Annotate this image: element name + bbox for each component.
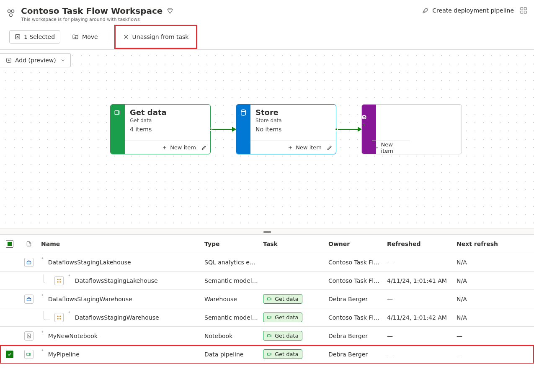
- task-subtitle: Prepare data: [361, 122, 367, 128]
- table-row[interactable]: ✦MyPipelineData pipelineGet dataDebra Be…: [0, 345, 534, 364]
- connector-line: [212, 129, 232, 130]
- col-name[interactable]: Name: [39, 239, 202, 249]
- workspace-title: Contoso Task Flow Workspace: [21, 6, 163, 16]
- items-table: Name Type Task Owner Refreshed Next refr…: [0, 235, 534, 364]
- svg-rect-20: [268, 316, 271, 318]
- task-item-count: No items: [361, 130, 367, 137]
- item-name[interactable]: DataflowsStagingWarehouse: [75, 314, 159, 321]
- item-name[interactable]: DataflowsStagingLakehouse: [75, 277, 158, 284]
- data-bracket-icon: [114, 109, 121, 116]
- item-name[interactable]: DataflowsStagingWarehouse: [48, 296, 132, 302]
- svg-point-1: [11, 10, 14, 12]
- task-new-item-button[interactable]: New item: [162, 144, 196, 151]
- connector-node[interactable]: [209, 128, 212, 131]
- svg-point-10: [241, 110, 246, 112]
- item-type: Semantic model (…: [202, 276, 261, 286]
- svg-rect-24: [268, 353, 271, 355]
- svg-rect-15: [268, 298, 271, 300]
- task-badge[interactable]: Get data: [263, 331, 302, 341]
- move-button[interactable]: Move: [67, 30, 103, 44]
- task-subtitle: Store data: [255, 118, 331, 123]
- add-preview-button[interactable]: Add (preview): [0, 53, 71, 67]
- col-type[interactable]: Type: [202, 239, 261, 249]
- table-row[interactable]: ✦MyNewNotebookNotebookGet dataDebra Berg…: [0, 327, 534, 345]
- task-title: Get data: [130, 108, 205, 117]
- row-checkbox[interactable]: [6, 351, 13, 358]
- task-new-item-button[interactable]: New item: [287, 144, 322, 151]
- svg-point-16: [57, 315, 58, 316]
- unassign-highlight: Unassign from task: [114, 25, 198, 49]
- item-next-refresh: N/A: [454, 257, 524, 267]
- col-task[interactable]: Task: [261, 239, 326, 249]
- svg-point-12: [60, 279, 61, 279]
- unassign-from-task-button[interactable]: Unassign from task: [119, 30, 193, 44]
- task-item-count: No items: [255, 126, 331, 133]
- item-refreshed: 4/11/24, 1:01:41 AM: [384, 276, 454, 286]
- item-next-refresh: —: [454, 331, 524, 341]
- item-owner: Contoso Task Flo…: [326, 313, 384, 323]
- selected-count-button[interactable]: 1 Selected: [9, 30, 60, 44]
- item-refreshed: 4/11/24, 1:01:42 AM: [384, 313, 454, 323]
- table-row[interactable]: ✦DataflowsStagingLakehouseSemantic model…: [0, 272, 534, 290]
- task-card-get-data[interactable]: Get data Get data 4 items New item: [110, 104, 211, 154]
- item-next-refresh: N/A: [454, 313, 524, 323]
- col-refreshed[interactable]: Refreshed: [384, 239, 454, 249]
- task-card-prepare[interactable]: Prepare Prepare data No items New item: [361, 104, 462, 154]
- svg-point-17: [60, 315, 61, 316]
- svg-point-18: [57, 318, 58, 319]
- svg-point-19: [60, 318, 61, 319]
- task-edit-icon[interactable]: [401, 145, 407, 151]
- svg-point-0: [8, 10, 10, 12]
- table-row[interactable]: ✦DataflowsStagingWarehouseWarehouseGet d…: [0, 290, 534, 308]
- task-edit-icon[interactable]: [201, 145, 207, 151]
- connector-node[interactable]: [335, 128, 338, 131]
- plus-icon: [287, 145, 293, 151]
- task-card-store[interactable]: Store Store data No items New item: [236, 104, 336, 154]
- item-owner: Debra Berger: [326, 349, 384, 359]
- plus-icon: [162, 145, 168, 151]
- task-badge[interactable]: Get data: [263, 294, 302, 304]
- item-owner: Contoso Task Flo…: [326, 276, 384, 286]
- svg-rect-23: [27, 353, 30, 356]
- svg-rect-9: [115, 111, 119, 115]
- close-icon: [123, 34, 129, 40]
- table-row[interactable]: ✦DataflowsStagingLakehouseSQL analytics …: [0, 253, 534, 272]
- plus-square-icon: [6, 57, 12, 63]
- rocket-icon: [422, 7, 429, 14]
- connector-line: [338, 129, 358, 130]
- app-grid-icon[interactable]: [520, 7, 527, 14]
- item-refreshed: —: [384, 349, 454, 359]
- create-deployment-pipeline-button[interactable]: Create deployment pipeline: [422, 7, 514, 14]
- pane-splitter[interactable]: [0, 228, 534, 235]
- task-subtitle: Get data: [130, 118, 205, 123]
- item-refreshed: —: [384, 294, 454, 304]
- item-type: SQL analytics end…: [202, 257, 261, 267]
- chevron-down-icon: [60, 58, 65, 63]
- task-badge[interactable]: Get data: [263, 349, 302, 359]
- svg-point-14: [60, 281, 61, 282]
- item-refreshed: —: [384, 331, 454, 341]
- task-new-item-button[interactable]: New item: [375, 141, 396, 154]
- item-name[interactable]: MyPipeline: [48, 351, 80, 358]
- item-type-icon: [24, 258, 34, 267]
- col-owner[interactable]: Owner: [326, 239, 384, 249]
- item-owner: Debra Berger: [326, 331, 384, 341]
- svg-point-11: [57, 279, 58, 279]
- col-next[interactable]: Next refresh: [454, 239, 524, 249]
- table-header-row: Name Type Task Owner Refreshed Next refr…: [0, 235, 534, 253]
- plus-icon: [375, 145, 379, 151]
- taskflow-canvas[interactable]: Add (preview) Get data Get data 4 items …: [0, 50, 534, 228]
- item-type: Data pipeline: [202, 349, 261, 359]
- item-name[interactable]: MyNewNotebook: [48, 333, 98, 339]
- item-type-icon: [54, 313, 64, 322]
- task-item-count: 4 items: [130, 126, 205, 133]
- svg-point-13: [57, 281, 58, 282]
- item-name[interactable]: DataflowsStagingLakehouse: [48, 259, 131, 266]
- item-type-icon: [24, 331, 34, 341]
- task-badge[interactable]: Get data: [263, 313, 302, 322]
- svg-rect-3: [521, 8, 523, 10]
- task-edit-icon[interactable]: [327, 145, 333, 151]
- table-row[interactable]: ✦DataflowsStagingWarehouseSemantic model…: [0, 308, 534, 327]
- select-all-checkbox[interactable]: [6, 240, 13, 248]
- item-next-refresh: —: [454, 349, 524, 359]
